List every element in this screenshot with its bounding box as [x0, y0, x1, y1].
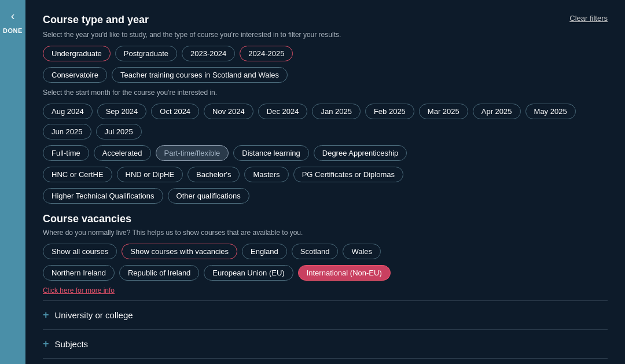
plus-icon: + — [43, 309, 49, 321]
tag-accelerated[interactable]: Accelerated — [94, 145, 151, 161]
tag-dec-2024[interactable]: Dec 2024 — [258, 104, 308, 119]
tag-aug-2024[interactable]: Aug 2024 — [43, 104, 93, 119]
tag-scotland[interactable]: Scotland — [292, 244, 339, 259]
tag-show-all-courses[interactable]: Show all courses — [43, 244, 117, 259]
course-vacancies-section: Course vacancies Where do you normally l… — [43, 213, 608, 295]
tag-hnc-or-certhe[interactable]: HNC or CertHE — [43, 167, 112, 182]
month-desc: Select the start month for the course yo… — [43, 89, 608, 97]
location-tags2-row: Northern IrelandRepublic of IrelandEurop… — [43, 265, 608, 281]
expandable-label: Subjects — [55, 339, 89, 349]
course-type-section: Course type and year Select the year you… — [43, 14, 608, 204]
tag-jun-2025[interactable]: Jun 2025 — [43, 124, 91, 139]
location-tags-row: Show all coursesShow courses with vacanc… — [43, 244, 608, 259]
tag-republic-of-ireland[interactable]: Republic of Ireland — [119, 265, 199, 281]
tag-bachelor's[interactable]: Bachelor's — [188, 167, 240, 182]
tag-northern-ireland[interactable]: Northern Ireland — [43, 265, 115, 281]
sidebar: ‹ DONE — [0, 0, 25, 364]
qual-tags2-row: Higher Technical QualificationsOther qua… — [43, 188, 608, 204]
extra-tags-row: ConservatoireTeacher training courses in… — [43, 67, 608, 83]
tag-european-union-(eu)[interactable]: European Union (EU) — [204, 265, 293, 281]
course-vacancies-desc: Where do you normally live? This helps u… — [43, 229, 608, 237]
tag-full-time[interactable]: Full-time — [43, 145, 89, 161]
tag-masters[interactable]: Masters — [244, 167, 288, 182]
tag-distance-learning[interactable]: Distance learning — [233, 145, 308, 161]
plus-icon: + — [43, 338, 49, 350]
tag-higher-technical-qualifications[interactable]: Higher Technical Qualifications — [43, 188, 163, 204]
tag-oct-2024[interactable]: Oct 2024 — [151, 104, 199, 119]
tag-sep-2024[interactable]: Sep 2024 — [97, 104, 147, 119]
course-vacancies-title: Course vacancies — [43, 213, 608, 225]
type-tags-row: UndergraduatePostgraduate2023-20242024-2… — [43, 46, 608, 61]
expandable-subjects[interactable]: +Subjects — [43, 329, 608, 358]
tag-postgraduate[interactable]: Postgraduate — [115, 46, 177, 61]
mode-tags-row: Full-timeAcceleratedPart-time/flexibleDi… — [43, 145, 608, 161]
expandable-sections: +University or college+Subjects+Entry re… — [43, 300, 608, 364]
tag-jan-2025[interactable]: Jan 2025 — [312, 104, 361, 119]
tag-show-courses-with-vacancies[interactable]: Show courses with vacancies — [122, 244, 237, 259]
main-content: Clear filters Course type and year Selec… — [25, 0, 625, 364]
expandable-label: University or college — [55, 310, 133, 320]
tag-2023-2024[interactable]: 2023-2024 — [182, 46, 235, 61]
back-icon[interactable]: ‹ — [11, 9, 15, 23]
tag-conservatoire[interactable]: Conservatoire — [43, 67, 107, 83]
course-type-desc: Select the year you'd like to study, and… — [43, 31, 608, 39]
tag-may-2025[interactable]: May 2025 — [525, 104, 576, 119]
tag-apr-2025[interactable]: Apr 2025 — [473, 104, 521, 119]
tag-feb-2025[interactable]: Feb 2025 — [365, 104, 414, 119]
tag-other-qualifications[interactable]: Other qualifications — [168, 188, 249, 204]
tag-2024-2025[interactable]: 2024-2025 — [240, 46, 293, 61]
expandable-entry-requirements[interactable]: +Entry requirements — [43, 358, 608, 364]
course-type-title: Course type and year — [43, 14, 608, 26]
tag-pg-certificates-or-diplomas[interactable]: PG Certificates or Diplomas — [293, 167, 403, 182]
qual-tags-row: HNC or CertHEHND or DipHEBachelor'sMaste… — [43, 167, 608, 182]
month-tags-row: Aug 2024Sep 2024Oct 2024Nov 2024Dec 2024… — [43, 104, 608, 139]
tag-hnd-or-diphe[interactable]: HND or DipHE — [117, 167, 183, 182]
tag-undergraduate[interactable]: Undergraduate — [43, 46, 111, 61]
tag-teacher-training-courses-in-scotland-and-wales[interactable]: Teacher training courses in Scotland and… — [112, 67, 288, 83]
clear-filters-button[interactable]: Clear filters — [569, 14, 608, 23]
tag-mar-2025[interactable]: Mar 2025 — [419, 104, 468, 119]
expandable-university-or-college[interactable]: +University or college — [43, 300, 608, 329]
tag-international-(non-eu)[interactable]: International (Non-EU) — [298, 265, 391, 281]
click-info-link[interactable]: Click here for more info — [43, 286, 608, 295]
tag-part-time/flexible[interactable]: Part-time/flexible — [156, 145, 229, 161]
tag-nov-2024[interactable]: Nov 2024 — [204, 104, 253, 119]
tag-england[interactable]: England — [242, 244, 287, 259]
done-label[interactable]: DONE — [3, 27, 23, 34]
tag-jul-2025[interactable]: Jul 2025 — [96, 124, 142, 139]
tag-degree-apprenticeship[interactable]: Degree Apprenticeship — [314, 145, 407, 161]
tag-wales[interactable]: Wales — [343, 244, 381, 259]
